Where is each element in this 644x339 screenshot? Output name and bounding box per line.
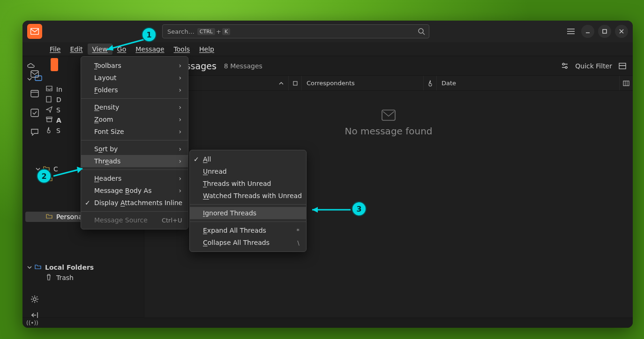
threads-watched-unread[interactable]: Watched Threads with Unread [190,190,306,202]
col-flag[interactable] [289,76,302,90]
threads-submenu: ✓All Unread Threads with Unread Watched … [189,150,307,252]
view-toolbars[interactable]: TToolbarsoolbars› [81,59,188,72]
sent-icon [46,106,53,114]
threads-unread[interactable]: Unread [190,165,306,177]
svg-rect-25 [31,71,38,77]
svg-marker-35 [77,167,82,173]
gear-icon[interactable] [30,295,39,303]
col-date[interactable]: Date [437,76,620,90]
minimize-button[interactable] [581,25,594,38]
mail-space-icon[interactable] [30,70,39,78]
close-button[interactable] [615,25,628,38]
threads-expand-all[interactable]: Expand All Threads* [190,224,306,236]
menu-edit[interactable]: Edit [65,44,87,55]
col-correspondents[interactable]: Correspondents [302,76,424,90]
chat-space-icon[interactable] [30,128,39,136]
cloud-icon [27,62,35,70]
view-folders[interactable]: Folders› [81,84,188,96]
view-menu: TToolbarsoolbars› Layout› Folders› Densi… [81,56,188,229]
spaces-toolbar [28,70,41,136]
folder-trash[interactable]: Trash [25,273,141,283]
svg-rect-20 [293,81,297,85]
separator [190,221,306,222]
svg-point-1 [419,29,423,33]
svg-rect-28 [31,109,38,117]
svg-rect-18 [619,63,626,69]
search-input[interactable]: Search… CTRL + K [162,24,429,38]
svg-line-32 [107,38,148,50]
svg-point-15 [562,63,564,65]
broadcast-icon: ((•)) [26,320,38,326]
view-headers[interactable]: Headers› [81,172,188,184]
quick-filter-label[interactable]: Quick Filter [575,62,612,70]
kbd-ctrl: CTRL [197,28,215,35]
annotation-marker-1: 1 [142,27,157,42]
view-sortby[interactable]: Sort by› [81,143,188,155]
svg-rect-7 [603,29,607,33]
svg-rect-13 [47,118,52,122]
threads-ignored[interactable]: Ignored Threads [190,207,306,219]
sort-asc-icon [279,81,284,85]
view-density[interactable]: Density› [81,101,188,113]
view-fontsize[interactable]: Font Size› [81,125,188,138]
separator [81,211,188,212]
menu-tools[interactable]: Tools [169,44,195,55]
view-bodyas[interactable]: Message Body As› [81,184,188,197]
col-picker[interactable] [620,76,633,90]
mail-icon [30,28,39,35]
chevron-down-icon [27,265,32,270]
tasks-space-icon[interactable] [30,109,39,117]
spaces-toolbar-bottom [28,295,41,318]
fire-icon [427,80,433,87]
annotation-arrow-3 [307,205,354,214]
separator [190,204,306,205]
view-source: Message SourceCtrl+U [81,214,188,226]
svg-marker-37 [312,207,318,213]
svg-rect-21 [623,81,629,86]
trash-icon [46,274,53,281]
hamburger-button[interactable] [564,25,577,38]
archive-icon [46,117,53,124]
layout-icon[interactable] [619,63,626,69]
drafts-icon [46,96,53,103]
svg-point-17 [565,66,567,68]
local-folders-row[interactable]: Local Folders [25,262,141,273]
svg-point-29 [33,298,36,301]
folder-icon [46,213,53,221]
view-zoom[interactable]: Zoom› [81,113,188,125]
view-layout[interactable]: Layout› [81,72,188,84]
maximize-button[interactable] [598,25,611,38]
search-icon [418,28,425,35]
folder-icon [35,264,42,271]
sliders-icon[interactable] [561,63,569,69]
svg-line-2 [423,33,425,35]
view-threads[interactable]: Threads› [81,155,188,167]
svg-rect-0 [31,29,39,35]
message-count: 8 Messages [224,62,262,70]
search-placeholder: Search… [167,28,195,35]
window-controls [564,25,628,38]
threads-collapse-all[interactable]: Collapse All Threads\ [190,236,306,249]
calendar-space-icon[interactable] [30,89,39,97]
kbd-plus: + [216,28,221,35]
columns-icon [623,81,629,86]
separator [81,98,188,99]
tag-icon [292,81,298,86]
statusbar: ((•)) [22,317,633,328]
svg-rect-26 [31,90,38,97]
svg-rect-24 [382,110,395,120]
col-spam[interactable] [424,76,437,90]
view-attachments[interactable]: ✓Display Attachments Inline [81,197,188,209]
threads-with-unread[interactable]: Threads with Unread [190,177,306,190]
menu-file[interactable]: File [45,44,65,55]
collapse-icon[interactable] [30,312,39,318]
threads-all[interactable]: ✓All [190,153,306,165]
column-headers: Subject Correspondents Date [144,76,633,91]
separator [81,170,188,170]
svg-rect-11 [46,96,51,102]
folder-header: onal Messages 8 Messages Quick Filter [144,56,633,76]
menu-help[interactable]: Help [195,44,219,55]
app-icon[interactable] [27,24,42,39]
annotation-marker-2: 2 [37,169,52,184]
annotation-arrow-2 [50,166,87,180]
